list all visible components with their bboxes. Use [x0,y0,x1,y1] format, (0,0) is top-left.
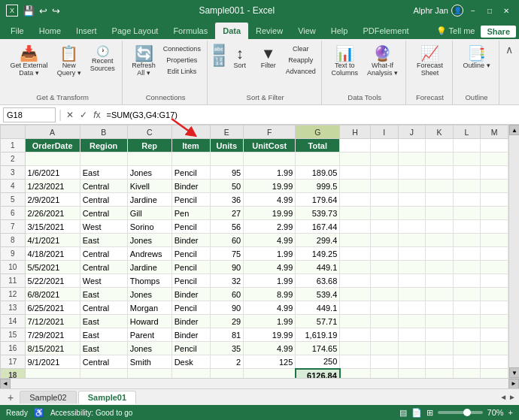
cell-data[interactable]: Pencil [171,166,210,180]
cell-data[interactable]: 5/22/2021 [25,274,80,288]
formula-cancel-btn[interactable]: ✕ [65,108,75,122]
cell-data[interactable]: East [80,234,127,247]
cell-data[interactable]: 7/12/2021 [25,315,80,328]
cell-g18-empty-e[interactable] [210,369,244,379]
cell-data[interactable]: 1.99 [244,166,296,180]
cell-data[interactable]: 167.44 [296,220,340,234]
cell-data[interactable]: 539.73 [296,207,340,220]
cell-k2[interactable] [426,153,454,166]
page-break-btn[interactable]: ⊞ [426,408,433,418]
col-header-k[interactable]: K [426,125,454,139]
cell-data[interactable]: 174.65 [296,342,340,355]
cell-data[interactable]: 2 [210,355,244,369]
advanced-btn[interactable]: Advanced [284,66,318,77]
cell-data[interactable]: Pencil [171,301,210,315]
scroll-left-btn[interactable]: ◄ [0,379,11,389]
cell-h2[interactable] [340,153,371,166]
cell-e2[interactable] [210,153,244,166]
cell-data[interactable]: 8/15/2021 [25,342,80,355]
cell-data[interactable]: 56 [210,220,244,234]
filter-btn[interactable]: ▼ Filter [255,44,282,77]
tab-sample01[interactable]: Sample01 [78,391,136,404]
cell-data[interactable]: 189.05 [296,166,340,180]
forecast-sheet-btn[interactable]: 📈 ForecastSheet [413,44,447,79]
new-query-btn[interactable]: 📋 NewQuery ▾ [53,44,85,79]
cell-data[interactable]: 50 [210,180,244,193]
cell-ref-input[interactable] [3,107,56,122]
tab-page-layout[interactable]: Page Layout [105,23,166,39]
cell-c1[interactable]: Rep [127,139,171,153]
normal-view-btn[interactable]: ▤ [399,408,407,418]
cell-data[interactable]: 90 [210,301,244,315]
cell-data[interactable]: 32 [210,274,244,288]
cell-g18-empty-b[interactable] [80,369,127,379]
clear-btn[interactable]: Clear [284,44,318,54]
scroll-right-btn[interactable]: ► [508,379,519,389]
col-header-j[interactable]: J [398,125,426,139]
cell-d2[interactable] [171,153,210,166]
quick-save[interactable]: 💾 [23,5,35,17]
col-header-l[interactable]: L [453,125,481,139]
cell-data[interactable]: 3/15/2021 [25,220,80,234]
share-btn[interactable]: Share [481,26,516,38]
cell-data[interactable]: East [80,342,127,355]
what-if-analysis-btn[interactable]: 🔮 What-IfAnalysis ▾ [363,44,402,79]
cell-data[interactable]: 179.64 [296,193,340,207]
cell-data[interactable]: 29 [210,315,244,328]
formula-confirm-btn[interactable]: ✓ [78,108,89,122]
cell-data[interactable]: 250 [296,355,340,369]
cell-data[interactable]: 4.99 [244,261,296,274]
cell-data[interactable]: Central [80,261,127,274]
reapply-btn[interactable]: Reapply [284,55,318,65]
cell-l1[interactable] [453,139,481,153]
refresh-all-btn[interactable]: 🔄 RefreshAll ▾ [128,44,159,79]
cell-data[interactable]: 4/1/2021 [25,234,80,247]
cell-data[interactable]: Pen [171,207,210,220]
close-btn[interactable]: ✕ [499,4,513,17]
cell-data[interactable]: 57.71 [296,315,340,328]
cell-data[interactable]: 60 [210,234,244,247]
cell-a2[interactable] [25,153,80,166]
cell-data[interactable]: Parent [127,328,171,342]
col-header-m[interactable]: M [481,125,508,139]
cell-data[interactable]: 8.99 [244,288,296,301]
properties-btn[interactable]: Properties [161,55,203,65]
cell-data[interactable]: 125 [244,355,296,369]
cell-data[interactable]: Central [80,301,127,315]
cell-data[interactable]: Pencil [171,220,210,234]
cell-data[interactable]: Desk [171,355,210,369]
tab-sample02[interactable]: Sample02 [20,391,77,403]
cell-m2[interactable] [481,153,508,166]
cell-b1[interactable]: Region [80,139,127,153]
tab-pdfelement[interactable]: PDFelement [355,23,416,39]
cell-data[interactable]: Jones [127,234,171,247]
col-header-d[interactable]: D [171,125,210,139]
cell-data[interactable]: Sorino [127,220,171,234]
cell-data[interactable]: 4.99 [244,193,296,207]
maximize-btn[interactable]: □ [483,4,496,17]
cell-data[interactable]: Pencil [171,247,210,261]
cell-data[interactable]: Binder [171,234,210,247]
cell-g18-total[interactable]: 6126.84 [296,369,340,379]
cell-data[interactable]: Binder [171,288,210,301]
tab-insert[interactable]: Insert [68,23,105,39]
cell-data[interactable]: East [80,288,127,301]
scroll-up-btn[interactable]: ▲ [509,125,519,135]
cell-data[interactable]: 4.99 [244,301,296,315]
tab-review[interactable]: Review [248,23,290,39]
cell-data[interactable]: Binder [171,315,210,328]
cell-data[interactable]: 6/8/2021 [25,288,80,301]
cell-i1[interactable] [370,139,398,153]
insert-function-btn[interactable]: fx [92,108,102,122]
col-header-a[interactable]: A [25,125,80,139]
col-header-e[interactable]: E [210,125,244,139]
cell-data[interactable]: Jardine [127,193,171,207]
cell-h1[interactable] [340,139,371,153]
cell-data[interactable]: West [80,220,127,234]
cell-b2[interactable] [80,153,127,166]
sort-btn[interactable]: ↕ Sort [226,44,253,77]
cell-data[interactable]: 1,619.19 [296,328,340,342]
cell-data[interactable]: Pencil [171,274,210,288]
cell-data[interactable]: 63.68 [296,274,340,288]
redo-btn[interactable]: ↪ [52,5,60,17]
